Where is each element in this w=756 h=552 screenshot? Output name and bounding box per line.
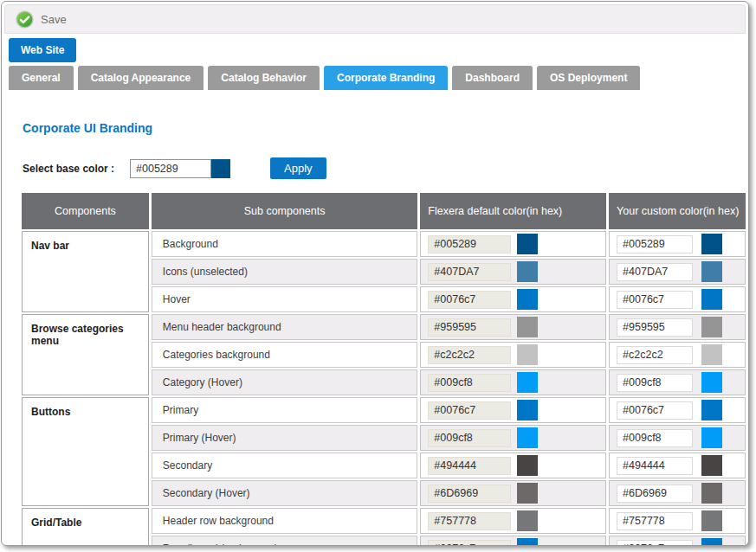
settings-window: Save Web Site GeneralCatalog AppearanceC… (1, 1, 749, 546)
table-header-row: Components Sub components Flexera defaul… (22, 193, 746, 229)
custom-hex-input[interactable] (617, 318, 693, 337)
sub-component-cell: Background (152, 231, 418, 257)
default-color-swatch (517, 344, 538, 365)
custom-color-cell (609, 397, 746, 423)
custom-color-swatch[interactable] (701, 510, 722, 531)
default-color-swatch (517, 538, 538, 546)
sub-component-cell: Menu header background (152, 314, 418, 340)
default-color-swatch (517, 317, 538, 337)
custom-hex-input[interactable] (617, 485, 693, 503)
base-color-row: Select base color : Apply (23, 157, 748, 179)
custom-color-swatch[interactable] (701, 483, 722, 504)
default-color-swatch (517, 372, 538, 393)
sub-component-cell: Categories background (152, 342, 418, 368)
default-hex-value: #009cf8 (428, 374, 511, 392)
custom-color-cell (609, 508, 746, 534)
custom-color-swatch[interactable] (701, 289, 722, 310)
default-color-swatch (517, 289, 538, 310)
base-color-swatch[interactable] (211, 159, 230, 178)
custom-color-cell (609, 480, 746, 506)
branding-table: Components Sub components Flexera defaul… (19, 191, 748, 546)
custom-color-swatch[interactable] (701, 455, 722, 476)
default-color-swatch (517, 455, 538, 476)
custom-color-swatch[interactable] (701, 400, 722, 420)
tab-web-site[interactable]: Web Site (9, 38, 76, 62)
tab-dashboard[interactable]: Dashboard (452, 66, 533, 90)
save-check-icon (15, 10, 35, 29)
default-hex-value: #0076c7 (428, 401, 511, 420)
default-hex-value: #009cf8 (428, 429, 511, 447)
sub-component-cell: Category (Hover) (152, 369, 418, 395)
default-color-cell: #0076c7 (420, 536, 606, 546)
custom-color-cell (609, 425, 746, 451)
custom-color-swatch[interactable] (701, 261, 722, 282)
content-area: Corporate UI Branding Select base color … (2, 121, 748, 546)
default-hex-value: #494444 (428, 457, 511, 475)
sub-component-cell: Secondary (152, 453, 418, 478)
sub-component-cell: Primary (Hover) (152, 425, 418, 451)
default-hex-value: #6D6969 (428, 485, 511, 503)
default-color-cell: #009cf8 (420, 425, 606, 451)
custom-hex-input[interactable] (617, 374, 693, 392)
custom-color-cell (609, 259, 746, 285)
custom-hex-input[interactable] (617, 540, 693, 547)
default-color-cell: #c2c2c2 (420, 342, 606, 368)
default-hex-value: #005289 (428, 235, 511, 254)
custom-hex-input[interactable] (617, 263, 693, 281)
custom-hex-input[interactable] (617, 401, 693, 420)
default-color-swatch (517, 234, 538, 254)
sub-component-cell: Header row background (152, 508, 418, 534)
custom-color-swatch[interactable] (701, 344, 722, 365)
custom-color-swatch[interactable] (701, 538, 722, 546)
base-color-label: Select base color : (23, 163, 114, 175)
default-color-cell: #6D6969 (420, 480, 606, 506)
sub-component-cell: Hover (152, 286, 418, 312)
table-row: Grid/TableHeader row background#757778 (22, 508, 746, 534)
tab-strip: GeneralCatalog AppearanceCatalog Behavio… (9, 66, 748, 90)
default-hex-value: #c2c2c2 (428, 346, 511, 364)
custom-color-swatch[interactable] (701, 372, 722, 393)
custom-color-swatch[interactable] (701, 317, 722, 337)
page-title: Corporate UI Branding (23, 121, 748, 135)
custom-hex-input[interactable] (617, 291, 693, 309)
apply-button[interactable]: Apply (270, 157, 326, 179)
tab-general[interactable]: General (9, 66, 74, 90)
save-button[interactable]: Save (15, 10, 67, 29)
component-cell: Grid/Table (22, 508, 149, 546)
default-color-cell: #0076c7 (420, 286, 606, 312)
custom-color-cell (609, 314, 746, 340)
custom-color-cell (609, 231, 746, 257)
custom-hex-input[interactable] (617, 235, 693, 254)
custom-color-swatch[interactable] (701, 427, 722, 448)
table-row: Nav barBackground#005289 (22, 231, 746, 257)
custom-hex-input[interactable] (617, 457, 693, 475)
component-cell: Browse categories menu (22, 314, 149, 395)
table-row: ButtonsPrimary#0076c7 (22, 397, 746, 423)
default-hex-value: #959595 (428, 318, 511, 337)
tab-corporate-branding[interactable]: Corporate Branding (324, 66, 448, 90)
custom-color-cell (609, 286, 746, 312)
tab-os-deployment[interactable]: OS Deployment (537, 66, 640, 90)
default-color-cell: #0076c7 (420, 397, 606, 423)
default-color-cell: #009cf8 (420, 369, 606, 395)
custom-hex-input[interactable] (617, 346, 693, 364)
toolbar: Save (4, 4, 746, 34)
sub-component-cell: Primary (152, 397, 418, 423)
base-color-input[interactable] (130, 159, 211, 178)
header-components: Components (22, 193, 149, 229)
default-hex-value: #0076c7 (428, 291, 511, 309)
custom-hex-input[interactable] (617, 429, 693, 447)
table-row: Browse categories menuMenu header backgr… (22, 314, 746, 340)
default-color-swatch (517, 427, 538, 448)
branding-table-body: Nav barBackground#005289Icons (unselecte… (22, 231, 746, 546)
custom-color-swatch[interactable] (701, 234, 722, 254)
default-hex-value: #757778 (428, 512, 511, 530)
default-color-cell: #757778 (420, 508, 606, 534)
custom-hex-input[interactable] (617, 512, 693, 530)
site-tab-row: Web Site (9, 38, 748, 62)
tab-catalog-behavior[interactable]: Catalog Behavior (208, 66, 320, 90)
sub-component-cell: Row (hover) background (152, 536, 418, 546)
header-custom-color: Your custom color(in hex) (609, 193, 746, 229)
tab-catalog-appearance[interactable]: Catalog Appearance (78, 66, 204, 90)
default-color-swatch (517, 510, 538, 531)
